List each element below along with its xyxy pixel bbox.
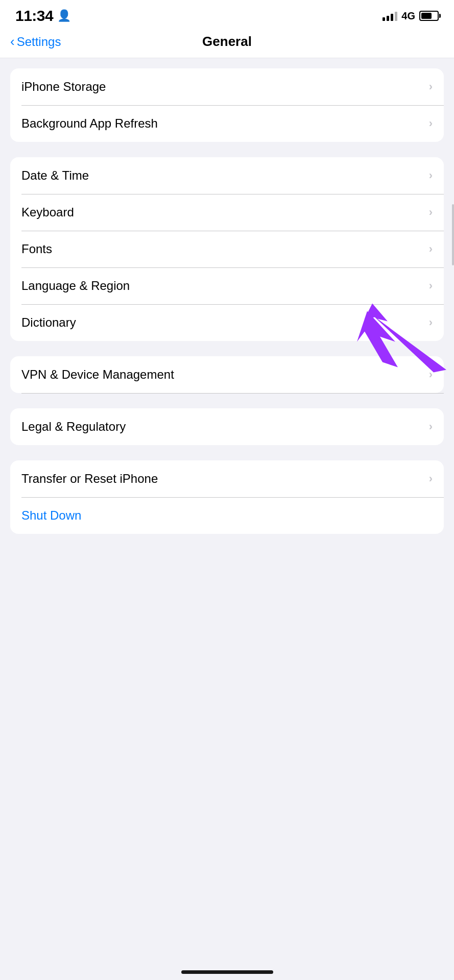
language-region-label: Language & Region — [21, 279, 130, 293]
signal-bar-3 — [391, 14, 393, 21]
shut-down-label: Shut Down — [21, 508, 81, 523]
keyboard-label: Keyboard — [21, 205, 74, 219]
chevron-right-icon: › — [429, 420, 433, 433]
date-time-label: Date & Time — [21, 168, 89, 183]
home-indicator — [181, 970, 273, 974]
status-bar: 11:34 👤 4G — [0, 0, 454, 30]
chevron-right-icon: › — [429, 279, 433, 292]
signal-bars — [383, 11, 397, 21]
chevron-right-icon: › — [429, 368, 433, 381]
back-chevron-icon: ‹ — [10, 35, 15, 48]
settings-item-shut-down[interactable]: Shut Down — [10, 497, 444, 534]
chevron-right-icon: › — [429, 206, 433, 219]
back-label: Settings — [17, 35, 61, 49]
status-bar-right: 4G — [383, 10, 439, 22]
settings-group-reset: Transfer or Reset iPhone › Shut Down — [10, 460, 444, 534]
settings-item-date-time[interactable]: Date & Time › — [10, 157, 444, 194]
settings-group-vpn: VPN & Device Management › — [10, 356, 444, 393]
status-bar-left: 11:34 👤 — [15, 7, 71, 24]
dictionary-label: Dictionary — [21, 315, 76, 330]
background-app-refresh-label: Background App Refresh — [21, 116, 158, 131]
iphone-storage-label: iPhone Storage — [21, 80, 106, 94]
chevron-right-icon: › — [429, 242, 433, 256]
status-time: 11:34 — [15, 7, 53, 24]
battery-icon — [419, 11, 439, 21]
network-label: 4G — [401, 10, 415, 22]
settings-item-fonts[interactable]: Fonts › — [10, 231, 444, 267]
settings-item-vpn-device-management[interactable]: VPN & Device Management › — [10, 356, 444, 393]
person-icon: 👤 — [57, 9, 71, 22]
transfer-reset-label: Transfer or Reset iPhone — [21, 472, 158, 486]
legal-regulatory-label: Legal & Regulatory — [21, 420, 126, 434]
chevron-right-icon: › — [429, 169, 433, 182]
settings-group-2: Date & Time › Keyboard › Fonts › Languag… — [10, 157, 444, 341]
chevron-right-icon: › — [429, 472, 433, 485]
signal-bar-4 — [395, 12, 397, 21]
settings-item-language-region[interactable]: Language & Region › — [10, 267, 444, 304]
scrollbar[interactable] — [452, 204, 454, 265]
settings-item-dictionary[interactable]: Dictionary › — [10, 304, 444, 341]
signal-bar-2 — [387, 16, 389, 21]
chevron-right-icon: › — [429, 117, 433, 130]
settings-item-legal-regulatory[interactable]: Legal & Regulatory › — [10, 408, 444, 445]
settings-item-iphone-storage[interactable]: iPhone Storage › — [10, 68, 444, 105]
settings-item-keyboard[interactable]: Keyboard › — [10, 194, 444, 231]
chevron-right-icon: › — [429, 80, 433, 93]
settings-group-1: iPhone Storage › Background App Refresh … — [10, 68, 444, 142]
settings-item-background-app-refresh[interactable]: Background App Refresh › — [10, 105, 444, 142]
page-title: General — [118, 34, 336, 50]
signal-bar-1 — [383, 17, 385, 21]
back-button[interactable]: ‹ Settings — [10, 35, 118, 49]
settings-content: iPhone Storage › Background App Refresh … — [0, 58, 454, 559]
settings-item-transfer-reset[interactable]: Transfer or Reset iPhone › — [10, 460, 444, 497]
settings-group-legal: Legal & Regulatory › — [10, 408, 444, 445]
fonts-label: Fonts — [21, 242, 52, 256]
vpn-device-management-label: VPN & Device Management — [21, 368, 174, 382]
battery-fill — [421, 13, 432, 19]
nav-bar: ‹ Settings General — [0, 30, 454, 58]
chevron-right-icon: › — [429, 316, 433, 329]
